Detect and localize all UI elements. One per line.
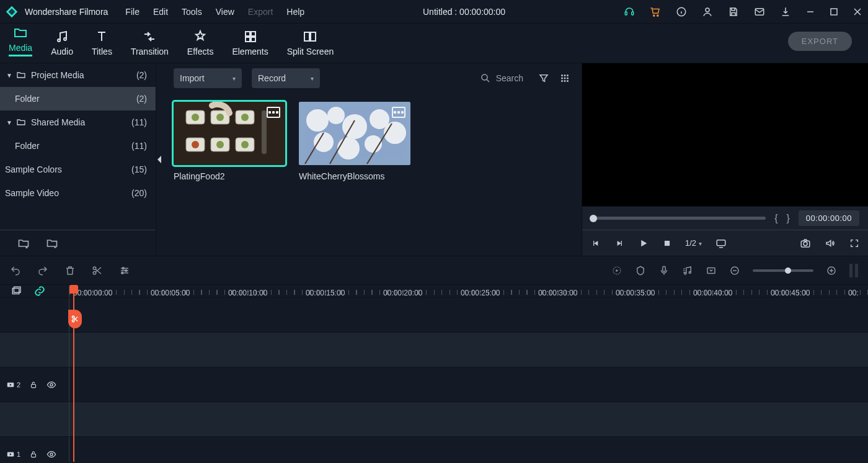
volume-icon[interactable] [825, 238, 836, 249]
tree-shared-media[interactable]: ▼ Shared Media (11) [0, 110, 156, 134]
export-button[interactable]: EXPORT [788, 32, 852, 51]
zoom-slider[interactable] [753, 269, 813, 272]
svg-point-24 [564, 80, 566, 82]
info-icon[interactable] [676, 6, 687, 17]
render-preview-icon[interactable] [611, 265, 622, 276]
play-icon[interactable] [638, 238, 649, 249]
download-icon[interactable] [780, 6, 791, 17]
timeline-track[interactable] [0, 297, 868, 332]
zoom-in-icon[interactable] [826, 265, 837, 276]
delete-icon[interactable] [64, 265, 76, 276]
ruler-tick: 00: [848, 289, 859, 297]
tab-split-screen[interactable]: Split Screen [287, 29, 334, 59]
link-icon[interactable] [33, 285, 46, 297]
preview-scrub-track[interactable] [591, 217, 766, 220]
timeline-track-video-1[interactable]: 1 [0, 436, 868, 462]
menu-file[interactable]: File [125, 7, 140, 17]
cut-marker[interactable] [68, 310, 82, 328]
visibility-icon[interactable] [46, 380, 56, 390]
undo-icon[interactable] [10, 265, 21, 276]
split-icon[interactable] [92, 265, 103, 276]
menu-view[interactable]: View [216, 7, 234, 17]
redo-icon[interactable] [37, 265, 48, 276]
tree-sample-colors[interactable]: Sample Colors (15) [0, 158, 156, 181]
add-track-icon[interactable] [11, 285, 22, 297]
voiceover-icon[interactable] [658, 265, 670, 276]
mark-in-icon[interactable]: { [774, 213, 777, 224]
tab-media[interactable]: Media [9, 25, 32, 59]
step-forward-icon[interactable] [614, 238, 624, 248]
timeline-toolbar [0, 256, 868, 284]
tree-count: (20) [131, 188, 147, 198]
import-dropdown[interactable]: Import ▾ [174, 68, 242, 88]
save-icon[interactable] [728, 6, 739, 17]
tab-audio[interactable]: Audio [51, 29, 73, 59]
zoom-out-icon[interactable] [729, 265, 740, 276]
panel-splitter[interactable] [156, 63, 162, 256]
ruler-tick: 00:00:10:00 [228, 289, 267, 297]
menu-edit[interactable]: Edit [153, 7, 168, 17]
step-back-icon[interactable] [591, 238, 601, 248]
tree-label: Shared Media [31, 117, 131, 127]
media-clip[interactable]: WhiteCherryBlossoms [299, 102, 410, 181]
titlebar-actions [624, 6, 864, 17]
mail-icon[interactable] [754, 6, 765, 17]
preview-speed[interactable]: 1/2 ▾ [685, 238, 702, 248]
window-maximize-icon[interactable] [830, 7, 838, 16]
settings-sliders-icon[interactable] [119, 265, 130, 276]
timeline-track-video-2[interactable]: 2 [0, 367, 868, 402]
stop-icon[interactable] [663, 239, 671, 248]
menu-tools[interactable]: Tools [182, 7, 202, 17]
zoom-slider-thumb[interactable] [785, 267, 791, 274]
timeline-track[interactable] [0, 402, 868, 436]
lock-icon[interactable] [29, 450, 38, 459]
clip-thumbnail[interactable] [299, 102, 410, 165]
window-minimize-icon[interactable] [806, 7, 815, 16]
tree-folder-selected[interactable]: Folder (2) [0, 87, 156, 110]
fullscreen-icon[interactable] [849, 238, 859, 248]
tree-project-media[interactable]: ▼ Project Media (2) [0, 63, 156, 87]
tab-elements[interactable]: Elements [232, 29, 268, 59]
window-close-icon[interactable] [853, 7, 862, 16]
tree-sample-video[interactable]: Sample Video (20) [0, 181, 156, 205]
svg-point-45 [384, 122, 406, 144]
lock-icon[interactable] [29, 380, 38, 389]
clip-thumbnail[interactable] [174, 102, 285, 165]
media-clip[interactable]: PlatingFood2 [174, 102, 285, 181]
preview-video[interactable] [582, 63, 868, 206]
svg-rect-0 [625, 12, 627, 15]
tab-transition[interactable]: Transition [131, 29, 169, 59]
view-grid-icon[interactable] [559, 73, 570, 84]
audio-meter-icon[interactable] [849, 264, 858, 277]
new-folder-icon[interactable] [17, 237, 30, 249]
app-name: Wondershare Filmora [25, 7, 108, 17]
preview-scrub-thumb[interactable] [590, 215, 597, 222]
quality-icon[interactable] [715, 238, 727, 249]
tab-effects[interactable]: Effects [187, 29, 214, 59]
timeline: 00:00:00:00 00:00:05:00 00:00:10:00 00:0… [0, 284, 868, 462]
media-tree: ▼ Project Media (2) Folder (2) ▼ Shared … [0, 63, 156, 230]
filter-icon[interactable] [538, 73, 549, 84]
marker-icon[interactable] [635, 265, 646, 276]
visibility-icon[interactable] [46, 449, 56, 459]
crop-icon[interactable] [706, 265, 717, 276]
track-header [0, 298, 69, 332]
cart-icon[interactable] [650, 6, 661, 17]
tab-media-label: Media [9, 43, 32, 56]
svg-rect-10 [246, 32, 250, 36]
snapshot-icon[interactable] [800, 238, 811, 249]
record-dropdown[interactable]: Record ▾ [252, 68, 320, 88]
tree-folder[interactable]: Folder (11) [0, 134, 156, 158]
mark-out-icon[interactable]: } [786, 213, 789, 224]
menu-help[interactable]: Help [286, 7, 304, 17]
account-icon[interactable] [702, 6, 713, 17]
ruler-track[interactable]: 00:00:00:00 00:00:05:00 00:00:10:00 00:0… [69, 285, 868, 297]
svg-point-18 [564, 74, 566, 76]
tree-label: Sample Video [5, 188, 131, 198]
search-input[interactable]: Search [475, 68, 528, 88]
timeline-track[interactable] [0, 332, 868, 367]
audio-mixer-icon[interactable] [682, 265, 693, 276]
support-icon[interactable] [624, 6, 635, 17]
tab-titles[interactable]: Titles [92, 29, 112, 59]
delete-folder-icon[interactable] [46, 237, 58, 249]
